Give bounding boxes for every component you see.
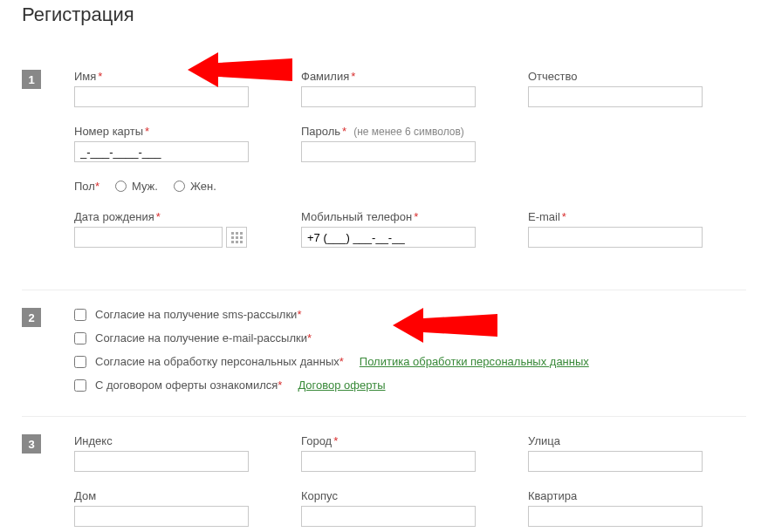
apartment-label: Квартира: [528, 489, 703, 502]
gender-male-radio[interactable]: [115, 181, 127, 192]
personal-data-consent-label: Согласие на обработку персональных данны…: [95, 355, 344, 368]
section-address: 3 Индекс Город* Улица Дом: [22, 416, 746, 532]
sms-consent-label: Согласие на получение sms-рассылки*: [95, 308, 301, 321]
gender-male-option[interactable]: Муж.: [115, 180, 158, 193]
city-label: Город*: [301, 434, 476, 447]
privacy-policy-link[interactable]: Политика обработки персональных данных: [360, 355, 589, 368]
building-input[interactable]: [301, 506, 476, 527]
gender-female-radio[interactable]: [174, 181, 185, 192]
street-label: Улица: [528, 434, 703, 447]
mobile-input[interactable]: [301, 227, 476, 248]
card-number-input[interactable]: [74, 141, 249, 162]
page-title: Регистрация: [22, 0, 746, 26]
sms-consent-checkbox[interactable]: [74, 309, 86, 321]
email-input[interactable]: [528, 227, 703, 248]
email-label: E-mail*: [528, 210, 703, 223]
step-badge-3: 3: [22, 434, 41, 454]
index-input[interactable]: [74, 451, 249, 472]
personal-data-consent-checkbox[interactable]: [74, 356, 86, 368]
birth-date-label: Дата рождения*: [74, 210, 249, 223]
gender-label: Пол*: [74, 180, 99, 193]
step-badge-2: 2: [22, 308, 41, 327]
city-input[interactable]: [301, 451, 476, 472]
offer-consent-label: С договором оферты ознакомился*: [95, 379, 282, 392]
last-name-input[interactable]: [301, 86, 476, 107]
birth-date-input[interactable]: [74, 227, 223, 248]
street-input[interactable]: [528, 451, 703, 472]
middle-name-input[interactable]: [528, 86, 703, 107]
gender-female-option[interactable]: Жен.: [174, 180, 216, 193]
calendar-icon[interactable]: [226, 227, 247, 248]
offer-contract-link[interactable]: Договор оферты: [298, 379, 385, 392]
first-name-label: Имя*: [74, 70, 249, 83]
last-name-label: Фамилия*: [301, 70, 476, 83]
index-label: Индекс: [74, 434, 249, 447]
first-name-input[interactable]: [74, 86, 249, 107]
house-label: Дом: [74, 489, 249, 502]
password-label: Пароль*(не менее 6 символов): [301, 125, 476, 138]
section-personal: 1 Имя* Фамилия* Отчество Номер карты*: [22, 52, 746, 290]
apartment-input[interactable]: [528, 506, 703, 527]
mobile-label: Мобильный телефон*: [301, 210, 476, 223]
middle-name-label: Отчество: [528, 70, 703, 83]
offer-consent-checkbox[interactable]: [74, 379, 86, 392]
email-consent-label: Согласие на получение e-mail-рассылки*: [95, 331, 312, 344]
password-input[interactable]: [301, 141, 476, 162]
email-consent-checkbox[interactable]: [74, 332, 86, 344]
house-input[interactable]: [74, 506, 249, 527]
step-badge-1: 1: [22, 70, 41, 89]
building-label: Корпус: [301, 489, 476, 502]
section-consents: 2 Согласие на получение sms-рассылки* Со…: [22, 290, 746, 416]
card-number-label: Номер карты*: [74, 125, 249, 138]
